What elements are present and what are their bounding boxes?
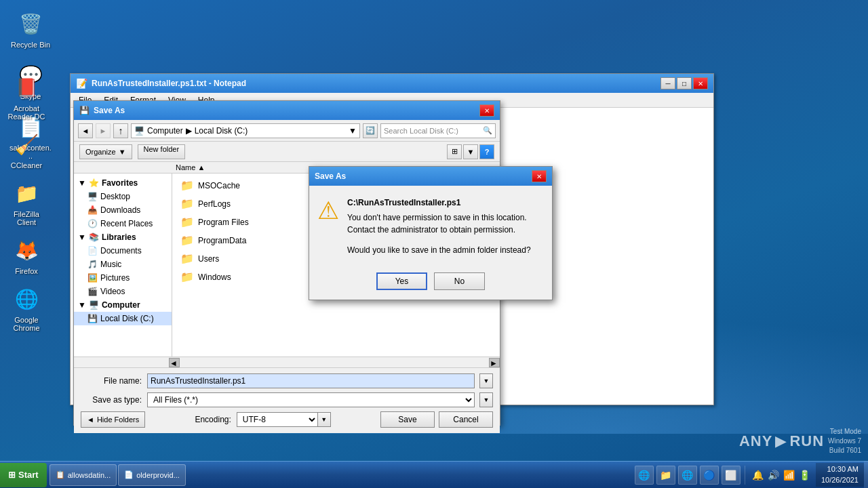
taskbar-chrome-button[interactable]: 🌐 [678,466,697,485]
encoding-row: ◄ Hide Folders Encoding: UTF-8 ANSI Unic… [81,411,493,428]
breadcrumb[interactable]: 🖥️ Computer ▶ Local Disk (C:) ▼ [131,123,360,138]
hscroll-left-button[interactable]: ◄ [169,358,180,367]
up-button[interactable]: ↑ [113,123,128,138]
help-button[interactable]: ? [479,144,494,159]
save-as-close-button[interactable]: ✕ [479,104,494,117]
hscroll-right-button[interactable]: ► [489,358,500,367]
desktop-icon-recycle-bin[interactable]: 🗑️ Recycle Bin [7,7,54,52]
music-icon: 🎵 [87,260,98,269]
desktop-icon-filezilla[interactable]: 📁 FileZilla Client [3,176,50,229]
confirm-text-block: C:\RunAsTrustedInstaller.ps1 You don't h… [347,197,531,256]
windows-folder-icon: 📁 [180,270,194,283]
windows-label: Windows [198,272,231,282]
clock-time: 10:30 AM [821,464,859,474]
breadcrumb-dropdown[interactable]: ▼ [349,126,357,136]
system-tray: 🔔 🔊 📶 🔋 [747,470,816,481]
breadcrumb-localdisk[interactable]: Local Disk (C:) [195,126,248,136]
taskbar-ie2-button[interactable]: 🔵 [700,466,719,485]
view-dropdown-button[interactable]: ▼ [463,144,478,159]
save-button[interactable]: Save [380,411,435,428]
anyrun-logo-container: ANY ▶ RUN [739,432,824,450]
back-button[interactable]: ◄ [78,123,93,138]
taskbar-divider [745,466,745,485]
encoding-dropdown-button[interactable]: ▼ [317,412,331,427]
acrobat-icon: 📕 [12,73,41,102]
libraries-section[interactable]: ▼ 📚 Libraries [74,230,172,244]
horizontal-scrollbar[interactable]: ◄ ► [74,357,500,367]
nav-item-videos[interactable]: 🎬 Videos [74,285,172,298]
hscroll-track[interactable] [180,358,489,367]
nav-item-localdisk[interactable]: 💾 Local Disk (C:) [74,312,172,325]
chrome-icon: 🌐 [12,285,41,313]
libraries-icon: 📚 [89,232,99,242]
clock-date: 10/26/2021 [821,475,859,485]
desktop-icon-firefox[interactable]: 🦊 Firefox [3,233,50,278]
taskbar-media-button[interactable]: ⬜ [722,466,741,485]
cancel-button[interactable]: Cancel [439,411,493,428]
notepad-title: 📝 RunAsTrustedInstaller.ps1.txt - Notepa… [76,78,246,89]
favorites-label: Favorites [102,178,138,188]
desktop-icon-chrome[interactable]: 🌐 Google Chrome [3,282,50,335]
taskbar-task-0[interactable]: 📋 allowsdatin... [50,464,117,486]
new-folder-button[interactable]: New folder [138,144,186,159]
desktop-folder-icon: 🖥️ [87,192,98,201]
nav-item-documents[interactable]: 📄 Documents [74,244,172,258]
warning-icon: ⚠ [317,197,339,256]
confirm-dialog[interactable]: Save As ✕ ⚠ C:\RunAsTrustedInstaller.ps1… [309,166,553,300]
chrome-label: Google Chrome [5,316,47,332]
confirm-no-button[interactable]: No [434,272,485,290]
search-box[interactable]: Search Local Disk (C:) 🔍 [380,123,496,138]
nav-item-pictures[interactable]: 🖼️ Pictures [74,271,172,285]
programfiles-label: Program Files [198,218,249,227]
nav-item-recent[interactable]: 🕐 Recent Places [74,217,172,230]
programfiles-folder-icon: 📁 [180,216,194,228]
nav-item-desktop[interactable]: 🖥️ Desktop [74,190,172,203]
taskbar-clock[interactable]: 10:30 AM 10/26/2021 [816,463,864,487]
start-button[interactable]: ⊞ Start [0,463,47,487]
tray-icon-3[interactable]: 📶 [783,470,795,481]
encoding-select[interactable]: UTF-8 ANSI Unicode [237,412,318,427]
taskbar-task-1[interactable]: 📄 olderprovid... [118,464,186,486]
show-desktop-button[interactable] [864,462,868,489]
favorites-section[interactable]: ▼ ⭐ Favorites [74,176,172,190]
desktop-icon-ccleaner[interactable]: 🧹 CCleaner [3,127,50,172]
quick-launch: 🌐 📁 🌐 🔵 ⬜ [632,466,743,485]
savetype-row: Save as type: All Files (*.*) ▼ [81,392,493,407]
anyrun-logo-text: ANY [739,432,772,450]
filename-input[interactable] [147,373,475,388]
notepad-maximize-button[interactable]: □ [677,77,692,89]
organize-button[interactable]: Organize ▼ [79,144,132,159]
view-toggle-button[interactable]: ⊞ [447,144,462,159]
tray-icon-4[interactable]: 🔋 [799,470,810,481]
filename-dropdown-button[interactable]: ▼ [479,373,493,388]
localdisk-icon: 💾 [87,314,98,323]
recycle-bin-label: Recycle Bin [11,41,50,49]
breadcrumb-computer[interactable]: Computer [147,126,183,136]
nav-item-music[interactable]: 🎵 Music [74,258,172,271]
dialog-action-buttons: Save Cancel [380,411,493,428]
computer-section[interactable]: ▼ 🖥️ Computer [74,298,172,312]
tray-icon-2[interactable]: 🔊 [768,470,779,481]
savetype-dropdown-button[interactable]: ▼ [479,392,493,407]
users-label: Users [198,254,219,264]
refresh-button[interactable]: 🔄 [363,123,378,138]
forward-button[interactable]: ► [96,123,111,138]
savetype-select[interactable]: All Files (*.*) [147,392,475,407]
nav-item-videos-label: Videos [100,287,125,296]
encoding-section: Encoding: UTF-8 ANSI Unicode ▼ [195,412,330,427]
confirm-close-button[interactable]: ✕ [532,170,547,182]
hide-folders-button[interactable]: ◄ Hide Folders [81,411,145,428]
tray-icon-1[interactable]: 🔔 [752,470,764,481]
confirm-yes-button[interactable]: Yes [376,272,427,290]
libraries-arrow: ▼ [78,232,86,242]
taskbar-ie-button[interactable]: 🌐 [635,466,654,485]
notepad-close-button[interactable]: ✕ [693,77,708,89]
nav-item-downloads[interactable]: 📥 Downloads [74,203,172,217]
users-folder-icon: 📁 [180,252,194,265]
save-as-window-controls: ✕ [479,104,494,117]
name-column-header[interactable]: Name ▲ [176,163,205,171]
desktop-icon-acrobat[interactable]: 📕 AcrobatReader DC [3,70,50,123]
search-icon[interactable]: 🔍 [483,126,492,135]
notepad-minimize-button[interactable]: ─ [660,77,675,89]
taskbar-folder-button[interactable]: 📁 [656,466,675,485]
